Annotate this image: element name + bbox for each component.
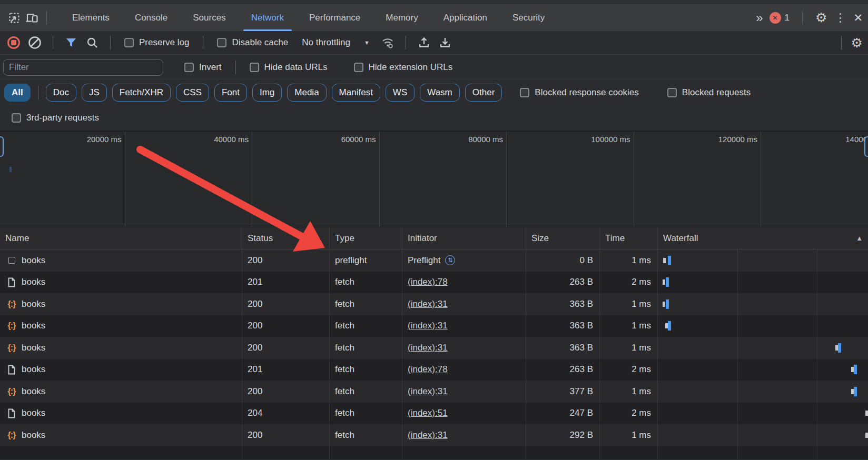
cell-name[interactable]: {:}books — [0, 381, 242, 403]
import-har-icon[interactable] — [416, 34, 432, 51]
initiator-link[interactable]: (index):78 — [408, 364, 448, 375]
table-row[interactable]: books201fetch(index):78263 B2 ms — [0, 272, 868, 294]
type-chip-css[interactable]: CSS — [176, 84, 209, 102]
overview-right-handle[interactable] — [864, 136, 868, 157]
hide-extension-urls-checkbox[interactable] — [354, 63, 363, 72]
hide-data-urls-checkbox[interactable] — [250, 63, 259, 72]
blocked-response-cookies-checkbox[interactable] — [520, 88, 529, 97]
settings-gear-icon[interactable]: ⚙ — [815, 11, 827, 24]
export-har-icon[interactable] — [437, 34, 453, 51]
type-chip-font[interactable]: Font — [214, 84, 247, 102]
waterfall-download-bar[interactable] — [854, 365, 857, 374]
waterfall-download-bar[interactable] — [838, 343, 841, 353]
initiator-link[interactable]: (index):31 — [408, 386, 448, 397]
waterfall-download-bar[interactable] — [668, 321, 671, 331]
column-header-size[interactable]: Size — [526, 227, 600, 249]
network-overview-timeline[interactable]: 20000 ms40000 ms60000 ms80000 ms100000 m… — [0, 132, 868, 227]
cell-name[interactable]: books — [0, 249, 242, 272]
network-conditions-icon[interactable] — [379, 34, 396, 51]
kebab-menu-icon[interactable]: ⋮ — [834, 12, 846, 24]
column-header-initiator[interactable]: Initiator — [402, 227, 526, 249]
device-toolbar-icon[interactable] — [23, 9, 41, 27]
type-chip-media[interactable]: Media — [287, 84, 326, 102]
cell-name[interactable]: books — [0, 272, 242, 294]
tab-network[interactable]: Network — [243, 4, 292, 31]
close-devtools-icon[interactable]: ✕ — [853, 12, 863, 23]
initiator-link[interactable]: (index):31 — [408, 299, 448, 309]
waterfall-wait-bar[interactable] — [663, 302, 665, 307]
waterfall-wait-bar[interactable] — [663, 258, 666, 263]
type-chip-all[interactable]: All — [4, 84, 31, 102]
type-chip-other[interactable]: Other — [465, 84, 502, 102]
disable-cache-checkbox[interactable] — [217, 38, 226, 47]
throttling-select[interactable]: No throttling ▼ — [297, 37, 375, 48]
error-badge[interactable]: ✕ 1 — [770, 12, 790, 24]
cell-name[interactable]: {:}books — [0, 337, 242, 359]
column-header-waterfall[interactable]: Waterfall▲ — [658, 227, 868, 249]
type-chip-img[interactable]: Img — [252, 84, 282, 102]
sort-ascending-icon[interactable]: ▲ — [856, 234, 868, 242]
type-chip-manifest[interactable]: Manifest — [332, 84, 380, 102]
network-settings-gear-icon[interactable]: ⚙ — [851, 36, 863, 49]
tab-elements[interactable]: Elements — [64, 4, 117, 31]
third-party-requests-checkbox[interactable] — [12, 113, 21, 123]
cell-name[interactable]: books — [0, 403, 242, 425]
record-network-log-icon[interactable] — [5, 34, 22, 51]
tab-console[interactable]: Console — [127, 4, 175, 31]
column-header-type[interactable]: Type — [330, 227, 402, 249]
waterfall-download-bar[interactable] — [666, 277, 669, 287]
tab-memory[interactable]: Memory — [378, 4, 426, 31]
tab-sources[interactable]: Sources — [185, 4, 233, 31]
initiator-link[interactable]: (index):31 — [408, 343, 448, 353]
more-tabs-icon[interactable]: » — [756, 11, 762, 25]
cell-name[interactable]: {:}books — [0, 293, 242, 315]
type-chip-fetch-xhr[interactable]: Fetch/XHR — [112, 84, 171, 102]
waterfall-wait-bar[interactable] — [865, 433, 868, 438]
document-icon — [5, 408, 18, 418]
cell-time: 1 ms — [600, 424, 658, 446]
table-row[interactable]: books201fetch(index):78263 B2 ms — [0, 359, 868, 381]
filter-funnel-icon[interactable] — [63, 34, 80, 51]
table-row[interactable]: {:}books200fetch(index):31292 B1 ms — [0, 424, 868, 446]
preflight-swap-icon[interactable]: ⇅ — [445, 255, 455, 265]
waterfall-download-bar[interactable] — [854, 387, 857, 396]
inspect-element-icon[interactable] — [5, 9, 23, 27]
type-chip-ws[interactable]: WS — [386, 84, 415, 102]
column-header-time[interactable]: Time — [600, 227, 658, 249]
cell-name[interactable]: {:}books — [0, 315, 242, 337]
search-icon[interactable] — [84, 34, 101, 51]
cell-name[interactable]: books — [0, 359, 242, 381]
table-row[interactable]: books200preflightPreflight⇅0 B1 ms — [0, 249, 868, 272]
tab-performance[interactable]: Performance — [301, 4, 368, 31]
table-row[interactable]: {:}books200fetch(index):31363 B1 ms — [0, 337, 868, 359]
invert-checkbox[interactable] — [184, 63, 194, 72]
filter-input[interactable] — [3, 59, 163, 76]
waterfall-wait-bar[interactable] — [663, 279, 665, 285]
waterfall-download-bar[interactable] — [668, 256, 671, 265]
initiator-link[interactable]: (index):31 — [408, 321, 448, 331]
table-row[interactable]: {:}books200fetch(index):31363 B1 ms — [0, 315, 868, 337]
table-row[interactable]: books204fetch(index):51247 B2 ms — [0, 403, 868, 425]
table-row[interactable]: {:}books200fetch(index):31363 B1 ms — [0, 293, 868, 315]
type-chip-js[interactable]: JS — [82, 84, 107, 102]
overview-left-handle[interactable] — [0, 136, 4, 157]
clear-network-log-icon[interactable] — [26, 34, 43, 51]
table-row[interactable]: {:}books200fetch(index):31377 B1 ms — [0, 381, 868, 403]
cell-initiator: (index):31 — [402, 381, 526, 403]
column-header-status[interactable]: Status — [242, 227, 330, 249]
blocked-requests-checkbox[interactable] — [667, 88, 677, 97]
cell-name[interactable]: {:}books — [0, 424, 242, 446]
column-header-name[interactable]: Name — [0, 227, 242, 249]
tab-application[interactable]: Application — [436, 4, 495, 31]
waterfall-wait-bar[interactable] — [865, 411, 868, 416]
initiator-link[interactable]: (index):51 — [408, 408, 448, 418]
waterfall-download-bar[interactable] — [666, 299, 669, 309]
type-chip-wasm[interactable]: Wasm — [420, 84, 460, 102]
preserve-log-checkbox[interactable] — [124, 38, 134, 47]
tab-security[interactable]: Security — [505, 4, 553, 31]
generic-file-icon — [5, 257, 18, 264]
initiator-link[interactable]: (index):31 — [408, 430, 448, 441]
cell-time: 2 ms — [600, 359, 658, 381]
initiator-link[interactable]: (index):78 — [408, 277, 448, 287]
type-chip-doc[interactable]: Doc — [46, 84, 76, 102]
